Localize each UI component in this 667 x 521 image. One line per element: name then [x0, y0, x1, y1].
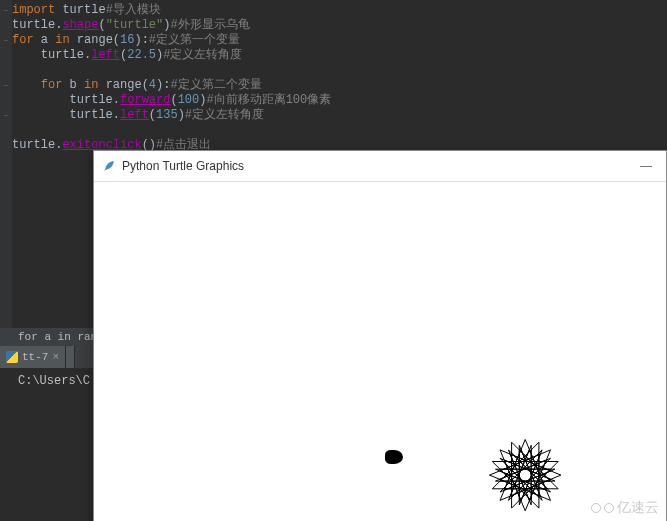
feather-icon [102, 159, 116, 173]
code-line: import turtle#导入模块 [12, 3, 667, 18]
watermark-icon [604, 503, 614, 513]
code-line: for a in range(16):#定义第一个变量 [12, 33, 667, 48]
fold-marker[interactable]: – [0, 3, 12, 18]
turtle-canvas[interactable]: 亿速云 [95, 182, 665, 521]
fold-marker[interactable]: – [0, 33, 12, 48]
tab-label: tt-7 [22, 351, 48, 363]
turtle-drawing [400, 392, 600, 522]
code-line: turtle.left(22.5)#定义左转角度 [12, 48, 667, 63]
close-icon[interactable]: × [52, 351, 59, 363]
turtle-window[interactable]: Python Turtle Graphics — 亿速云 [93, 150, 667, 521]
window-title: Python Turtle Graphics [122, 159, 244, 173]
watermark-icon [591, 503, 601, 513]
fold-marker[interactable]: – [0, 78, 12, 93]
run-tab-extra[interactable] [66, 346, 75, 368]
window-titlebar[interactable]: Python Turtle Graphics — [94, 151, 666, 182]
code-line: for b in range(4):#定义第二个变量 [12, 78, 667, 93]
code-line: turtle.shape("turtle")#外形显示乌龟 [12, 18, 667, 33]
code-line: turtle.left(135)#定义左转角度 [12, 108, 667, 123]
python-icon [6, 351, 18, 363]
fold-marker[interactable]: – [0, 108, 12, 123]
code-line [12, 123, 667, 138]
minimize-icon[interactable]: — [634, 159, 658, 173]
code-line: turtle.forward(100)#向前移动距离100像素 [12, 93, 667, 108]
run-tab[interactable]: tt-7 × [0, 346, 66, 368]
watermark: 亿速云 [591, 499, 659, 517]
watermark-text: 亿速云 [617, 499, 659, 517]
turtle-cursor-icon [385, 450, 403, 464]
code-line [12, 63, 667, 78]
